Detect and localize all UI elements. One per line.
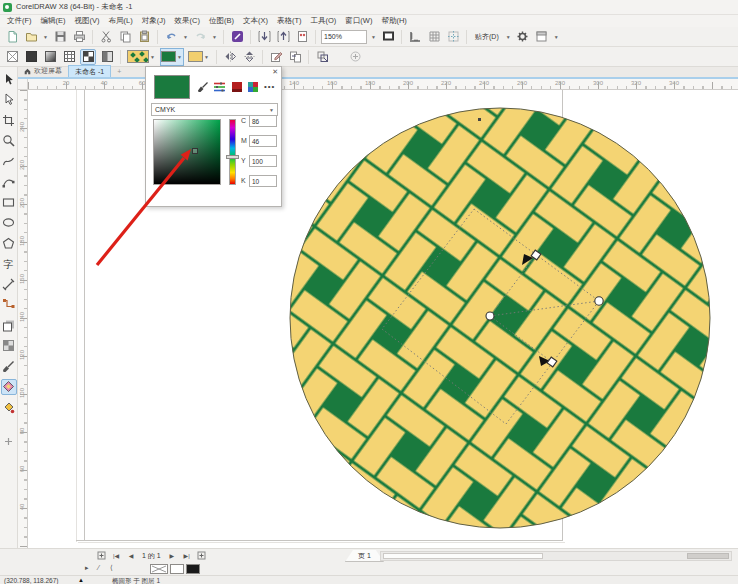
k-value-field[interactable]: 10 [249,175,277,187]
m-value-field[interactable]: 46 [249,135,277,147]
color-palette-icon[interactable] [230,80,244,94]
front-color-dropdown-icon[interactable]: ▼ [176,49,183,65]
window-resize-grip[interactable] [687,553,729,559]
interactive-fill-tool[interactable] [1,379,17,395]
menu-item[interactable]: 文本(X) [243,16,268,26]
open-folder-icon[interactable] [23,29,39,45]
color-viewers-icon[interactable] [246,80,260,94]
customize-toolbox-button[interactable] [1,434,17,450]
ruler-origin-box[interactable] [18,79,28,90]
menu-item[interactable]: 窗口(W) [345,16,372,26]
copy-fill-properties-icon[interactable] [287,49,303,65]
y-value-field[interactable]: 100 [249,155,277,167]
ellipse-tool[interactable] [1,215,17,231]
publish-pdf-icon[interactable] [294,29,310,45]
show-guidelines-icon[interactable] [445,29,461,45]
menu-item[interactable]: 工具(O) [311,16,337,26]
smart-fill-tool[interactable] [1,399,17,415]
copy-icon[interactable] [117,29,133,45]
uniform-fill-button[interactable] [23,49,39,65]
redo-icon[interactable] [192,29,208,45]
black-color-well[interactable] [186,564,200,574]
redo-dropdown-icon[interactable]: ▼ [211,29,218,45]
new-document-icon[interactable] [4,29,20,45]
parallel-dimension-tool[interactable] [1,276,17,292]
tab-document[interactable]: 未命名 -1 [68,65,111,77]
shape-tool[interactable] [1,92,17,108]
menu-item[interactable]: 位图(B) [209,16,234,26]
snap-to-dropdown-icon[interactable]: ▼ [505,29,512,45]
horizontal-scrollbar-thumb[interactable] [383,553,543,559]
rectangle-tool[interactable] [1,194,17,210]
mirror-horizontal-icon[interactable] [222,49,238,65]
options-gear-icon[interactable] [515,29,531,45]
palette-flyout-icon[interactable]: ▸ [85,564,89,572]
undo-dropdown-icon[interactable]: ▼ [182,29,189,45]
fountain-fill-button[interactable] [42,49,58,65]
show-rulers-icon[interactable] [407,29,423,45]
c-value-field[interactable]: 86 [249,115,277,127]
polygon-tool[interactable] [1,235,17,251]
undo-icon[interactable] [163,29,179,45]
scale-pattern-with-object-icon[interactable] [314,49,330,65]
drop-shadow-tool[interactable] [1,317,17,333]
color-sliders-icon[interactable] [212,80,226,94]
more-options-icon[interactable]: ••• [264,82,275,91]
search-content-icon[interactable] [229,29,245,45]
menu-item[interactable]: 帮助(H) [381,16,406,26]
menu-item[interactable]: 视图(V) [75,16,100,26]
menu-item[interactable]: 文件(F) [7,16,32,26]
freehand-tool[interactable] [1,153,17,169]
print-icon[interactable] [71,29,87,45]
paste-icon[interactable] [136,29,152,45]
vector-pattern-fill-button[interactable] [61,49,77,65]
vertical-ruler[interactable]: 240220200180160140120100806040 [18,90,28,548]
add-page-before-icon[interactable] [95,550,107,561]
bezier-tool[interactable] [1,174,17,190]
menu-item[interactable]: 对象(J) [142,16,166,26]
close-icon[interactable]: ✕ [272,68,278,76]
mirror-vertical-icon[interactable] [241,49,257,65]
save-icon[interactable] [52,29,68,45]
snap-to-button[interactable]: 贴齐(D) [472,29,502,44]
text-tool[interactable]: 字 [1,256,17,272]
add-property-icon[interactable] [347,49,363,65]
menu-item[interactable]: 效果(C) [175,16,200,26]
zoom-level-dropdown-icon[interactable]: ▼ [370,29,377,45]
zoom-tool[interactable] [1,133,17,149]
color-eyedropper-tool[interactable] [1,358,17,374]
transparency-tool[interactable] [1,338,17,354]
add-page-after-icon[interactable] [196,550,208,561]
texture-fill-button[interactable] [99,49,115,65]
application-launcher-dropdown-icon[interactable]: ▼ [553,29,560,45]
tab-welcome-screen[interactable]: 欢迎屏幕 [18,65,68,77]
previous-page-icon[interactable]: ◀ [125,550,137,561]
zoom-level-combo[interactable]: 150% [321,30,367,44]
new-document-tab-button[interactable]: + [111,65,127,77]
pattern-filled-ellipse[interactable] [288,106,712,530]
open-dropdown-icon[interactable]: ▼ [42,29,49,45]
import-icon[interactable] [256,29,272,45]
page-tab[interactable]: 页 1 [345,550,384,562]
edit-fill-icon[interactable] [268,49,284,65]
connector-tool[interactable] [1,297,17,313]
no-color-well[interactable] [150,564,168,574]
hue-slider-handle[interactable] [226,155,239,159]
menu-item[interactable]: 表格(T) [277,16,302,26]
full-screen-preview-icon[interactable] [380,29,396,45]
export-icon[interactable] [275,29,291,45]
front-color-picker[interactable]: ▼ [160,48,184,66]
first-page-icon[interactable]: |◀ [110,550,122,561]
pick-tool[interactable] [1,71,17,87]
back-color-dropdown-icon[interactable]: ▼ [203,49,210,65]
hue-slider[interactable] [229,119,236,185]
next-page-icon[interactable]: ▶ [166,550,178,561]
pattern-picker-dropdown-icon[interactable]: ▼ [149,49,156,65]
cut-icon[interactable] [98,29,114,45]
crop-tool[interactable] [1,112,17,128]
no-fill-button[interactable] [4,49,20,65]
application-launcher-icon[interactable] [534,29,550,45]
horizontal-scrollbar[interactable] [380,551,732,561]
show-grid-icon[interactable] [426,29,442,45]
menu-item[interactable]: 编辑(E) [41,16,66,26]
